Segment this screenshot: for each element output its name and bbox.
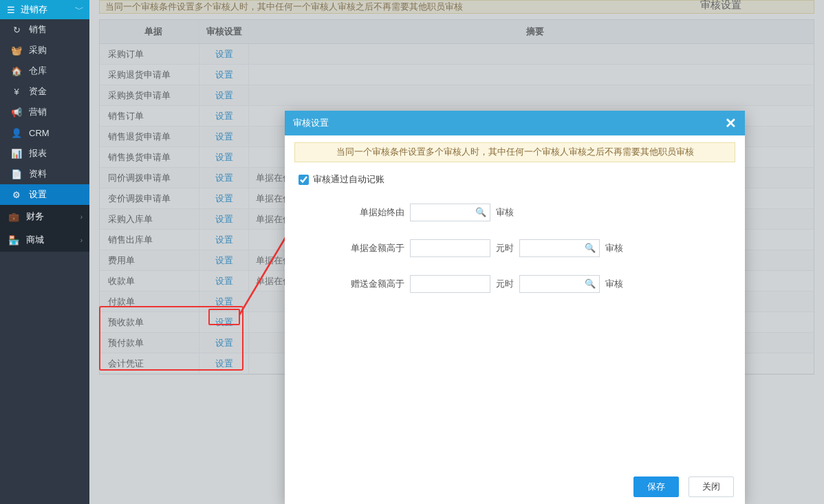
- reviewer-lookup-1[interactable]: 🔍: [410, 204, 490, 221]
- briefcase-icon: 💼: [8, 212, 19, 222]
- auto-post-checkbox-input[interactable]: [299, 175, 309, 185]
- form-label: 赠送金额高于: [329, 278, 404, 290]
- modal-header: 审核设置 ✕: [285, 111, 745, 135]
- audit-settings-modal: 审核设置 ✕ 当同一个审核条件设置多个审核人时，其中任何一个审核人审核之后不再需…: [285, 111, 745, 504]
- person-icon: 👤: [11, 128, 22, 138]
- save-button[interactable]: 保存: [633, 476, 679, 497]
- sidebar-item-label: 报表: [29, 147, 47, 160]
- sidebar-item-label: 仓库: [29, 65, 47, 77]
- sidebar-section-label: 商城: [26, 234, 44, 246]
- form-suffix: 审核: [605, 242, 623, 254]
- modal-title: 审核设置: [293, 117, 329, 129]
- form-mid: 元时: [496, 242, 514, 254]
- sidebar: ☰ 进销存 ﹀ ↻销售 🧺采购 🏠仓库 ¥资金 📢营销 👤CRM 📊报表 📄资料…: [0, 0, 89, 504]
- basket-icon: 🧺: [11, 45, 22, 56]
- sidebar-item-warehouse[interactable]: 🏠仓库: [0, 61, 89, 81]
- sidebar-item-purchase[interactable]: 🧺采购: [0, 40, 89, 61]
- caret-right-icon: ›: [80, 237, 83, 244]
- close-button[interactable]: 关闭: [689, 476, 734, 497]
- search-icon: 🔍: [585, 278, 596, 289]
- sidebar-item-label: 采购: [29, 44, 47, 56]
- chevron-down-icon: ﹀: [75, 3, 84, 16]
- form-label: 单据金额高于: [329, 242, 404, 254]
- modal-footer: 保存 关闭: [633, 476, 734, 497]
- sidebar-item-sales[interactable]: ↻销售: [0, 19, 89, 40]
- document-icon: 📄: [11, 169, 22, 179]
- modal-notice: 当同一个审核条件设置多个审核人时，其中任何一个审核人审核之后不再需要其他职员审核: [294, 142, 735, 162]
- sidebar-item-label: 销售: [29, 23, 47, 36]
- search-icon: 🔍: [585, 243, 596, 253]
- form-suffix: 审核: [605, 278, 623, 290]
- gift-threshold-input[interactable]: [410, 275, 490, 293]
- form-mid: 元时: [496, 278, 514, 290]
- form-label: 单据始终由: [329, 206, 404, 219]
- sidebar-item-label: CRM: [29, 128, 50, 138]
- sidebar-item-crm[interactable]: 👤CRM: [0, 122, 89, 143]
- form-row-always: 单据始终由 🔍 审核: [285, 204, 745, 221]
- caret-right-icon: ›: [80, 213, 83, 221]
- sidebar-section-label: 财务: [26, 210, 44, 223]
- sidebar-item-reports[interactable]: 📊报表: [0, 143, 89, 164]
- sidebar-item-label: 设置: [29, 188, 47, 201]
- sidebar-header-label: 进销存: [21, 3, 47, 16]
- amount-threshold-input[interactable]: [410, 239, 490, 257]
- sidebar-item-settings[interactable]: ⚙设置: [0, 184, 89, 205]
- sidebar-item-label: 营销: [29, 106, 47, 118]
- auto-post-checkbox[interactable]: 审核通过自动记账: [299, 173, 735, 186]
- warehouse-icon: 🏠: [11, 66, 22, 76]
- reviewer-lookup-2[interactable]: 🔍: [519, 239, 600, 257]
- sidebar-item-marketing[interactable]: 📢营销: [0, 102, 89, 122]
- form-suffix: 审核: [496, 206, 514, 219]
- sidebar-section-accounting[interactable]: 💼财务›: [0, 205, 89, 228]
- chart-icon: 📊: [11, 149, 22, 159]
- checkbox-label: 审核通过自动记账: [313, 173, 384, 186]
- form-row-amount: 单据金额高于 元时 🔍 审核: [285, 239, 745, 257]
- megaphone-icon: 📢: [11, 107, 22, 118]
- search-icon: 🔍: [475, 207, 486, 217]
- gear-icon: ⚙: [11, 190, 22, 200]
- sidebar-item-data[interactable]: 📄资料: [0, 164, 89, 184]
- sidebar-item-finance[interactable]: ¥资金: [0, 81, 89, 102]
- sidebar-section-mall[interactable]: 🏪商城›: [0, 228, 89, 252]
- reviewer-lookup-3[interactable]: 🔍: [519, 275, 600, 293]
- form-row-gift: 赠送金额高于 元时 🔍 审核: [285, 275, 745, 293]
- close-icon[interactable]: ✕: [725, 115, 737, 131]
- yen-icon: ¥: [11, 87, 22, 97]
- sidebar-header[interactable]: ☰ 进销存 ﹀: [0, 0, 89, 19]
- list-icon: ☰: [7, 5, 15, 15]
- sidebar-item-label: 资料: [29, 168, 47, 180]
- refresh-icon: ↻: [11, 25, 22, 35]
- sidebar-item-label: 资金: [29, 85, 47, 98]
- store-icon: 🏪: [8, 235, 19, 245]
